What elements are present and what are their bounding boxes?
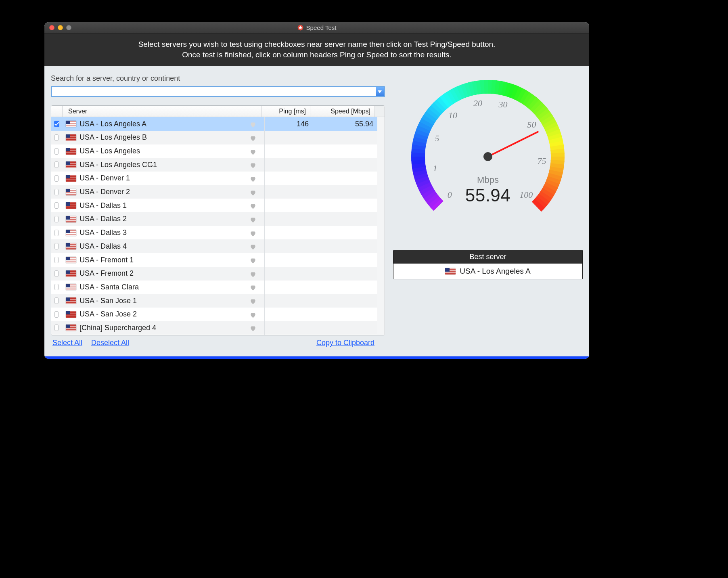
ping-cell (264, 144, 313, 158)
row-checkbox[interactable] (54, 297, 59, 304)
scroll-gutter (377, 199, 385, 212)
heart-icon[interactable] (250, 162, 256, 168)
heart-icon[interactable] (250, 284, 256, 290)
row-checkbox[interactable] (54, 121, 59, 127)
usa-flag-icon (66, 216, 76, 222)
heart-icon[interactable] (250, 189, 256, 195)
table-row[interactable]: USA - Los Angeles B (51, 131, 385, 144)
close-icon[interactable] (49, 25, 54, 30)
speed-cell (313, 308, 377, 321)
usa-flag-icon (66, 284, 76, 290)
row-checkbox[interactable] (54, 311, 59, 318)
usa-flag-icon (66, 297, 76, 304)
header-speed[interactable]: Speed [Mbps] (310, 106, 375, 117)
table-row[interactable]: USA - Fremont 1 (51, 253, 385, 267)
table-row[interactable]: USA - Dallas 4 (51, 239, 385, 253)
speed-cell (313, 294, 377, 308)
ping-cell (264, 172, 313, 185)
dropdown-toggle[interactable] (376, 87, 384, 96)
speed-cell (313, 335, 377, 335)
table-row[interactable]: USA - Denver 2 (51, 185, 385, 199)
minimize-icon[interactable] (58, 25, 63, 30)
row-checkbox[interactable] (54, 189, 59, 195)
heart-icon[interactable] (250, 298, 256, 304)
server-name: USA - Los Angeles A (79, 120, 146, 128)
server-name: [China] Supercharged 4 (79, 324, 156, 332)
search-input[interactable] (52, 87, 376, 96)
row-checkbox[interactable] (54, 230, 59, 236)
speed-cell (313, 253, 377, 267)
usa-flag-icon (66, 148, 76, 155)
heart-icon[interactable] (250, 271, 256, 276)
heart-icon[interactable] (250, 135, 256, 140)
ping-cell (264, 267, 313, 281)
row-checkbox[interactable] (54, 284, 59, 290)
scroll-gutter (377, 239, 385, 253)
scroll-gutter (377, 172, 385, 185)
heart-icon[interactable] (250, 121, 256, 127)
table-row[interactable]: [China] Supercharged 5 (51, 335, 385, 335)
table-row[interactable]: USA - Los Angeles CG1 (51, 158, 385, 172)
heart-icon[interactable] (250, 312, 256, 317)
deselect-all-link[interactable]: Deselect All (91, 339, 129, 347)
server-name: USA - Dallas 1 (79, 201, 127, 210)
table-row[interactable]: USA - Dallas 2 (51, 212, 385, 226)
table-row[interactable]: USA - Los Angeles (51, 144, 385, 158)
server-name: USA - San Jose 2 (79, 310, 137, 318)
heart-icon[interactable] (250, 149, 256, 154)
heart-icon[interactable] (250, 216, 256, 222)
ping-cell (264, 212, 313, 226)
heart-icon[interactable] (250, 243, 256, 249)
row-checkbox[interactable] (54, 243, 59, 249)
table-row[interactable]: USA - Dallas 1 (51, 199, 385, 212)
header-checkbox-col (51, 106, 63, 117)
instructions-line-2: Once test is finished, click on column h… (52, 50, 582, 60)
svg-text:50: 50 (527, 120, 536, 130)
svg-text:75: 75 (538, 156, 546, 166)
table-row[interactable]: [China] Supercharged 4 (51, 321, 385, 335)
server-name: USA - Dallas 2 (79, 215, 127, 223)
table-body[interactable]: USA - Los Angeles A14655.94USA - Los Ang… (51, 117, 385, 335)
ping-cell (264, 321, 313, 335)
speed-cell (313, 172, 377, 185)
progress-bar (44, 356, 589, 359)
header-server[interactable]: Server (63, 106, 262, 117)
scroll-gutter (377, 321, 385, 335)
table-row[interactable]: USA - Santa Clara (51, 281, 385, 294)
heart-icon[interactable] (250, 257, 256, 263)
table-row[interactable]: USA - San Jose 2 (51, 308, 385, 321)
row-checkbox[interactable] (54, 161, 59, 168)
best-server-name: USA - Los Angeles A (460, 267, 530, 276)
search-combobox[interactable] (51, 86, 385, 97)
speed-cell (313, 226, 377, 240)
row-checkbox[interactable] (54, 257, 59, 263)
table-row[interactable]: USA - Dallas 3 (51, 226, 385, 240)
header-ping[interactable]: Ping [ms] (262, 106, 310, 117)
copy-clipboard-link[interactable]: Copy to Clipboard (316, 339, 374, 347)
heart-icon[interactable] (250, 203, 256, 208)
row-checkbox[interactable] (54, 134, 59, 141)
usa-flag-icon (66, 257, 76, 263)
svg-text:20: 20 (473, 98, 482, 109)
heart-icon[interactable] (250, 230, 256, 236)
scroll-gutter (377, 226, 385, 240)
usa-flag-icon (66, 134, 76, 141)
select-all-link[interactable]: Select All (52, 339, 82, 347)
row-checkbox[interactable] (54, 270, 59, 277)
server-name: USA - Denver 1 (79, 174, 130, 182)
table-row[interactable]: USA - Fremont 2 (51, 267, 385, 281)
scroll-gutter (377, 185, 385, 199)
table-row[interactable]: USA - Denver 1 (51, 172, 385, 185)
table-row[interactable]: USA - San Jose 1 (51, 294, 385, 308)
table-row[interactable]: USA - Los Angeles A14655.94 (51, 117, 385, 131)
row-checkbox[interactable] (54, 148, 59, 155)
window-title: Speed Test (306, 24, 337, 31)
row-checkbox[interactable] (54, 325, 59, 331)
row-checkbox[interactable] (54, 175, 59, 182)
heart-icon[interactable] (250, 325, 256, 331)
row-checkbox[interactable] (54, 202, 59, 209)
row-checkbox[interactable] (54, 216, 59, 222)
scroll-gutter (377, 212, 385, 226)
heart-icon[interactable] (250, 176, 256, 181)
speed-gauge: 0151020305075100 Mbps 55.94 (393, 66, 583, 205)
